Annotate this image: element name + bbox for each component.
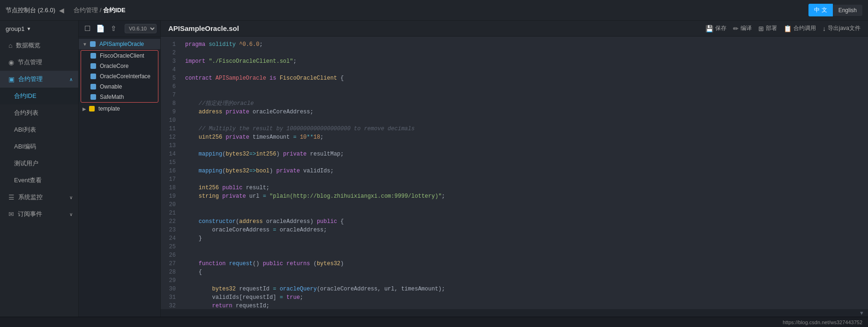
file-node-oraclecoreinterface[interactable]: OracleCoreInterface (81, 71, 158, 82)
lang-en-button[interactable]: English (833, 5, 862, 16)
sidebar-item-contract-ide[interactable]: 合约IDE (0, 88, 78, 104)
sidebar-label-test-user: 测试用户 (14, 159, 38, 168)
deploy-label: 部署 (766, 24, 777, 32)
file-node-ownable[interactable]: Ownable (81, 82, 158, 92)
file-node-template[interactable]: ▶ template (79, 104, 160, 114)
sidebar-label-abi-edit: ABI编码 (14, 142, 36, 151)
call-icon: 📋 (784, 25, 792, 32)
contract-call-button[interactable]: 📋 合约调用 (784, 24, 816, 32)
file-icon-oraclecoreinterface (90, 74, 96, 79)
sidebar-label-abi-list: ABI列表 (14, 126, 36, 134)
version-select[interactable]: V0.6.10 V0.5.x V0.4.x (125, 24, 157, 33)
sidebar-item-node-manage[interactable]: ◉ 节点管理 (0, 54, 78, 71)
filename-oraclecoreinterface: OracleCoreInterface (100, 73, 150, 80)
file-icon-oraclecore (90, 63, 96, 69)
folder-icon-template (89, 106, 95, 111)
deploy-icon: ⊞ (758, 25, 764, 32)
sidebar-label-contract-list: 合约列表 (14, 109, 38, 117)
sidebar-item-data-overview[interactable]: ⌂ 数据概览 (0, 37, 78, 54)
lang-switch: 中 文 English (808, 4, 862, 16)
sidebar-label-data-overview: 数据概览 (16, 41, 40, 50)
sidebar-item-sys-monitor[interactable]: ☰ 系统监控 ∨ (0, 189, 78, 206)
deploy-button[interactable]: ⊞ 部署 (758, 24, 777, 32)
topbar: 节点控制台 (2.6.0) ◀ 合约管理 / 合约IDE 中 文 English (0, 0, 868, 21)
contract-icon: ▣ (8, 75, 15, 83)
file-icon-fisco (90, 53, 96, 59)
sidebar-item-contract-manage[interactable]: ▣ 合约管理 ∧ (0, 71, 78, 88)
statusbar-url: https://blog.csdn.net/ws327443752 (783, 320, 862, 325)
group-name: group1 (6, 25, 24, 32)
filename-apisampleoracle: APISampleOracle (99, 41, 144, 47)
file-toolbar: ☐ 📄 ⇧ V0.6.10 V0.5.x V0.4.x (79, 21, 160, 37)
scroll-arrow-down: ▼ (859, 310, 864, 316)
file-panel: ☐ 📄 ⇧ V0.6.10 V0.5.x V0.4.x ▼ APISampleO… (79, 21, 161, 317)
sidebar-label-subscribe-event: 订阅事件 (18, 210, 42, 218)
expand-arrow-template: ▶ (82, 106, 86, 111)
sidebar-item-subscribe-event[interactable]: ✉ 订阅事件 ∨ (0, 206, 78, 223)
file-node-fisco[interactable]: FiscoOracleClient (81, 51, 158, 61)
breadcrumb-current: 合约IDE (103, 7, 126, 14)
sidebar-nav: ⌂ 数据概览 ◉ 节点管理 ▣ 合约管理 ∧ 合约IDE 合约列表 ABI列表 (0, 37, 78, 317)
line-numbers: 12345 678910 1112131415 1617181920 21222… (161, 37, 180, 309)
sidebar-item-abi-edit[interactable]: ABI编码 (0, 138, 78, 155)
group-arrow: ▼ (26, 26, 31, 31)
export-label: 导出java文件 (828, 24, 861, 32)
save-label: 保存 (715, 24, 726, 32)
selected-files-group: FiscoOracleClient OracleCore OracleCoreI… (81, 50, 158, 103)
save-icon: 💾 (705, 25, 713, 32)
file-node-oraclecore[interactable]: OracleCore (81, 61, 158, 71)
upload-button[interactable]: ⇧ (109, 23, 119, 34)
statusbar: https://blog.csdn.net/ws327443752 (0, 317, 868, 327)
contract-manage-arrow: ∧ (69, 77, 73, 82)
editor-actions: 💾 保存 ✏ 编译 ⊞ 部署 📋 合约调用 ↓ 导出java文件 (705, 24, 861, 32)
lang-zh-button[interactable]: 中 文 (808, 4, 832, 16)
compile-icon: ✏ (733, 25, 739, 32)
node-icon: ◉ (8, 59, 14, 66)
file-node-safemath[interactable]: SafeMath (81, 92, 158, 102)
compile-label: 编译 (741, 24, 752, 32)
sidebar: group1 ▼ ⌂ 数据概览 ◉ 节点管理 ▣ 合约管理 ∧ 合约IDE 合约… (0, 21, 79, 317)
collapse-button[interactable]: ◀ (59, 7, 64, 14)
scroll-indicator: ▼ (161, 309, 868, 317)
breadcrumb-parent: 合约管理 (74, 7, 98, 14)
sidebar-item-abi-list[interactable]: ABI列表 (0, 121, 78, 138)
sidebar-item-event-view[interactable]: Event查看 (0, 172, 78, 189)
expand-arrow-apisampleoracle: ▼ (82, 42, 87, 47)
filename-template: template (98, 105, 120, 112)
code-content: pragma solidity ^0.6.0; import "./FiscoO… (180, 37, 868, 309)
new-folder-button[interactable]: ☐ (82, 23, 92, 34)
file-icon-ownable (90, 84, 96, 89)
node-ctrl-label: 节点控制台 (2.6.0) (6, 6, 55, 15)
subscribe-arrow: ∨ (69, 212, 73, 217)
home-icon: ⌂ (8, 42, 12, 49)
sidebar-group-header[interactable]: group1 ▼ (0, 21, 78, 37)
compile-button[interactable]: ✏ 编译 (733, 24, 752, 32)
editor-area: APISampleOracle.sol 💾 保存 ✏ 编译 ⊞ 部署 📋 合约调… (161, 21, 868, 317)
editor-header: APISampleOracle.sol 💾 保存 ✏ 编译 ⊞ 部署 📋 合约调… (161, 21, 868, 37)
sidebar-label-contract-manage: 合约管理 (18, 75, 43, 83)
file-icon-safemath (90, 94, 96, 100)
main-layout: group1 ▼ ⌂ 数据概览 ◉ 节点管理 ▣ 合约管理 ∧ 合约IDE 合约… (0, 21, 868, 317)
sidebar-item-contract-list[interactable]: 合约列表 (0, 104, 78, 121)
sidebar-label-node-manage: 节点管理 (18, 58, 42, 67)
save-button[interactable]: 💾 保存 (705, 24, 726, 32)
breadcrumb-sep: / (100, 7, 103, 14)
subscribe-icon: ✉ (8, 210, 14, 218)
sidebar-label-sys-monitor: 系统监控 (18, 193, 43, 201)
editor-filename: APISampleOracle.sol (168, 24, 705, 32)
export-java-button[interactable]: ↓ 导出java文件 (823, 24, 861, 32)
export-icon: ↓ (823, 25, 826, 32)
call-label: 合约调用 (793, 24, 816, 32)
filename-fisco: FiscoOracleClient (100, 52, 144, 59)
new-file-button[interactable]: 📄 (94, 23, 107, 34)
file-node-apisampleoracle[interactable]: ▼ APISampleOracle (79, 39, 160, 49)
file-tree: ▼ APISampleOracle FiscoOracleClient Orac… (79, 37, 160, 317)
folder-icon-apisampleoracle (90, 41, 96, 47)
sidebar-item-test-user[interactable]: 测试用户 (0, 155, 78, 172)
filename-safemath: SafeMath (100, 94, 124, 100)
sidebar-label-event-view: Event查看 (14, 176, 42, 185)
code-area[interactable]: 12345 678910 1112131415 1617181920 21222… (161, 37, 868, 309)
filename-oraclecore: OracleCore (100, 63, 128, 69)
breadcrumb: 合约管理 / 合约IDE (74, 6, 126, 15)
filename-ownable: Ownable (100, 83, 122, 90)
